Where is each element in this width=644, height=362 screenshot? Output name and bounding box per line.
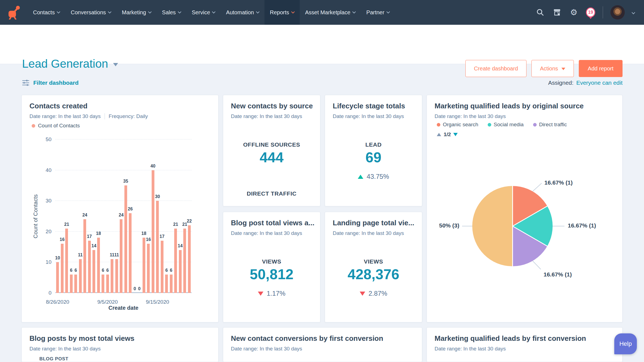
nav-item-label: Marketing xyxy=(122,9,146,16)
nav-item-service[interactable]: Service xyxy=(186,0,221,25)
create-dashboard-button[interactable]: Create dashboard xyxy=(465,60,526,77)
x-axis-label: Create date xyxy=(55,305,192,311)
bar[interactable] xyxy=(115,259,118,293)
report-title[interactable]: Blog post total views a... xyxy=(231,219,314,227)
nav-item-asset-marketplace[interactable]: Asset Marketplace xyxy=(300,0,361,25)
date-range: Date range: In the last 30 days xyxy=(231,230,302,236)
settings-icon[interactable]: ⚙ xyxy=(569,8,578,17)
help-button[interactable]: Help xyxy=(614,333,637,354)
dashboard-title-dropdown[interactable]: Lead Generation xyxy=(22,57,118,70)
bar[interactable] xyxy=(102,275,104,293)
report-title[interactable]: Lifecycle stage totals xyxy=(333,102,405,110)
page-up-icon[interactable] xyxy=(437,133,441,136)
metric-secondary-label: DIRECT TRAFFIC xyxy=(223,190,320,197)
bar[interactable] xyxy=(183,229,186,293)
bar[interactable] xyxy=(124,185,127,293)
date-range: Date range: In the last 30 days xyxy=(231,346,302,352)
nav-item-conversations[interactable]: Conversations xyxy=(65,0,116,25)
page-down-icon[interactable] xyxy=(453,133,458,136)
card-contacts-created: Contacts created Date range: In the last… xyxy=(21,95,219,322)
nav-item-label: Service xyxy=(192,9,210,16)
bar[interactable] xyxy=(156,201,159,293)
pie-slice-label: 16.67% (1) xyxy=(568,222,596,229)
y-tick-label: 20 xyxy=(35,229,51,235)
nav-item-automation[interactable]: Automation xyxy=(220,0,264,25)
report-title[interactable]: New contact conversions by first convers… xyxy=(231,334,383,343)
card-blog-post-total-views: Blog post total views a... Date range: I… xyxy=(223,212,320,322)
nav-item-reports[interactable]: Reports xyxy=(264,0,300,25)
bar[interactable] xyxy=(79,259,82,293)
bar[interactable] xyxy=(111,259,113,293)
notification-badge: 19 xyxy=(586,7,595,17)
report-title[interactable]: Marketing qualified leads by original so… xyxy=(435,102,584,110)
notifications-icon[interactable]: 19 xyxy=(586,8,595,17)
metric-delta: 43.75% xyxy=(325,173,422,180)
account-caret-icon[interactable] xyxy=(632,11,635,14)
chart-legend[interactable]: Count of Contacts xyxy=(32,123,80,129)
bar[interactable] xyxy=(61,244,64,293)
bar-value-label: 30 xyxy=(151,194,163,199)
bar[interactable] xyxy=(83,219,86,293)
legend-item-organic-search[interactable]: Organic search xyxy=(437,122,478,128)
nav-item-marketing[interactable]: Marketing xyxy=(116,0,157,25)
bar[interactable] xyxy=(179,250,182,293)
bar[interactable] xyxy=(56,262,59,293)
bar-value-label: 22 xyxy=(183,219,195,224)
legend-pagination: 1/2 xyxy=(437,131,458,138)
report-title[interactable]: Blog posts by most total views xyxy=(29,334,134,343)
nav-item-contacts[interactable]: Contacts xyxy=(28,0,65,25)
legend-item-social-media[interactable]: Social media xyxy=(488,122,524,128)
bar[interactable] xyxy=(74,275,77,293)
nav-item-sales[interactable]: Sales xyxy=(157,0,186,25)
bar[interactable] xyxy=(147,244,150,293)
bar[interactable] xyxy=(161,241,163,293)
bar[interactable] xyxy=(188,225,191,293)
legend-dot-icon xyxy=(32,124,35,128)
pie-slice-label: 50% (3) xyxy=(430,222,459,229)
pie-chart[interactable] xyxy=(472,186,553,266)
y-axis-label: Count of Contacts xyxy=(32,175,39,258)
bar-value-label: 40 xyxy=(147,164,159,169)
bar[interactable] xyxy=(174,229,177,293)
user-avatar[interactable] xyxy=(610,5,625,20)
filter-dashboard-link[interactable]: Filter dashboard xyxy=(22,79,79,86)
bar[interactable] xyxy=(65,229,68,293)
gridline xyxy=(55,231,192,232)
metric-delta: 1.17% xyxy=(223,290,320,297)
card-landing-page-total-views: Landing page total vie... Date range: In… xyxy=(325,212,422,322)
search-icon[interactable] xyxy=(536,8,545,17)
bar[interactable] xyxy=(165,275,168,293)
bar[interactable] xyxy=(106,275,109,293)
chevron-down-icon xyxy=(291,10,295,13)
add-report-button[interactable]: Add report xyxy=(579,60,623,77)
report-title[interactable]: New contacts by source xyxy=(231,102,313,110)
pie-slice-label: 16.67% (1) xyxy=(544,271,572,278)
metric-label: VIEWS xyxy=(223,258,320,265)
marketplace-icon[interactable] xyxy=(552,8,562,17)
y-tick-label: 40 xyxy=(35,167,51,173)
bar[interactable] xyxy=(143,238,145,293)
report-title[interactable]: Contacts created xyxy=(29,102,88,110)
bar[interactable] xyxy=(88,241,91,293)
bar-value-label: 17 xyxy=(156,234,168,239)
date-range: Date range: In the last 30 days xyxy=(333,113,404,119)
metric-label: LEAD xyxy=(325,141,422,148)
everyone-can-edit-link[interactable]: Everyone can edit xyxy=(576,79,623,86)
report-title[interactable]: Landing page total vie... xyxy=(333,219,414,227)
bar[interactable] xyxy=(70,275,73,293)
legend-item-direct-traffic[interactable]: Direct traffic xyxy=(533,122,567,128)
x-tick-label: 9/5/2020 xyxy=(90,299,125,305)
bar[interactable] xyxy=(170,275,173,293)
bar[interactable] xyxy=(152,170,154,293)
bar[interactable] xyxy=(92,250,95,293)
report-title[interactable]: Marketing qualified leads by first conve… xyxy=(435,334,586,343)
hubspot-logo[interactable] xyxy=(0,0,28,25)
bar[interactable] xyxy=(129,213,132,293)
bar[interactable] xyxy=(97,238,100,293)
nav-item-partner[interactable]: Partner xyxy=(361,0,395,25)
actions-button[interactable]: Actions xyxy=(531,60,574,77)
metric-label: VIEWS xyxy=(325,258,422,265)
bar[interactable] xyxy=(120,219,122,293)
y-tick-label: 50 xyxy=(35,136,51,142)
delta-down-icon xyxy=(360,292,365,296)
